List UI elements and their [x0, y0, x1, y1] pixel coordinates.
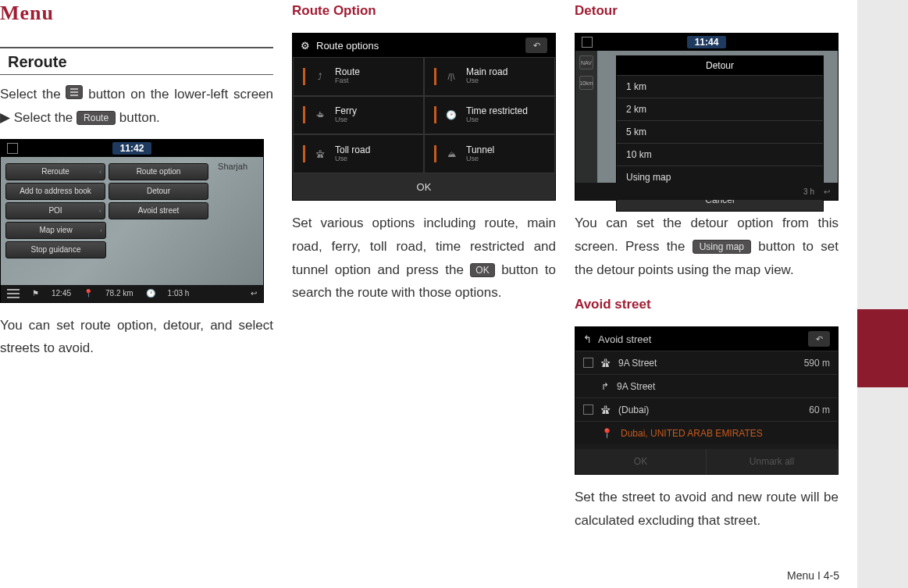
avoid-street-heading: Avoid street: [575, 297, 839, 312]
menu-avoid-street[interactable]: Avoid street: [109, 202, 208, 219]
clock-icon: 🕐: [146, 289, 155, 298]
detour-screenshot: 11:44 NAV 10km Detour 1 km 2 km 5 km 10 …: [575, 33, 839, 201]
menu-poi[interactable]: POI‹: [5, 202, 105, 219]
home-icon: [582, 37, 593, 48]
reroute-intro: Select the button on the lower-left scre…: [0, 83, 273, 130]
avoid-row-2[interactable]: ↱ 9A Street: [575, 374, 838, 397]
menu-add-addressbook[interactable]: Add to address book: [5, 183, 105, 200]
label: (Dubai): [618, 404, 649, 415]
screen-title: ⚙ Route options: [301, 40, 379, 52]
exit-icon[interactable]: ↩: [824, 187, 830, 196]
footer-bar: OK Unmark all: [575, 449, 838, 474]
ok-button[interactable]: OK: [293, 173, 555, 200]
distance: 78.2 km: [105, 289, 134, 298]
turn-icon: ↱: [601, 381, 609, 392]
text: button.: [119, 110, 160, 125]
opt-time-restricted[interactable]: 🕑Time restrictedUse: [424, 96, 555, 135]
reroute-screenshot: 11:42 Sharjah Reroute‹ Route option Add …: [0, 139, 264, 303]
pin-icon: 📍: [84, 289, 93, 298]
distance: 60 m: [809, 404, 830, 415]
route-button-chip: Route: [77, 111, 116, 125]
map-label: Sharjah: [218, 162, 247, 171]
nav-badge: NAV: [579, 55, 593, 69]
reroute-heading: Reroute: [0, 47, 273, 75]
opt-route[interactable]: ⤴RouteFast: [293, 57, 424, 96]
menu-route-option[interactable]: Route option: [109, 163, 208, 180]
back-button[interactable]: ↶: [808, 331, 830, 347]
opt-toll-road[interactable]: 🛣Toll roadUse: [293, 134, 424, 173]
page-footer: Menu I 4-5: [787, 569, 839, 582]
label: 9A Street: [617, 381, 655, 392]
detour-2km[interactable]: 2 km: [617, 98, 823, 120]
label: 9A Street: [618, 358, 657, 369]
menu-icon[interactable]: [7, 289, 20, 298]
clock: 11:44: [687, 36, 727, 48]
gear-icon: ⚙: [301, 40, 310, 52]
scale-badge: 10km: [579, 76, 593, 90]
detour-10km[interactable]: 10 km: [617, 143, 823, 166]
detour-desc: You can set the detour option from this …: [575, 212, 839, 281]
menu-detour[interactable]: Detour: [109, 183, 208, 200]
distance: 590 m: [804, 358, 830, 369]
detour-5km[interactable]: 5 km: [617, 120, 823, 143]
screen-title: ↰Avoid street: [583, 333, 651, 345]
checkbox[interactable]: [583, 404, 593, 415]
checkbox[interactable]: [583, 358, 593, 368]
ok-button-disabled: OK: [575, 449, 707, 474]
avoid-row-dest: 📍 Dubai, UNITED ARAB EMIRATES: [575, 421, 838, 444]
back-button[interactable]: ↶: [525, 37, 547, 53]
side-badges: NAV 10km: [575, 51, 597, 183]
status-bar: ⚑ 12:45 📍 78.2 km 🕐 1:03 h ↩: [1, 285, 263, 302]
panel-title: Detour: [617, 56, 823, 75]
text: Select the: [0, 87, 66, 102]
avoid-row-1[interactable]: 🛣 9A Street 590 m: [575, 351, 838, 374]
opt-main-road[interactable]: /|\Main roadUse: [424, 57, 555, 96]
route-option-screenshot: ⚙ Route options ↶ ⤴RouteFast /|\Main roa…: [292, 33, 556, 201]
detour-1km[interactable]: 1 km: [617, 75, 823, 98]
menu-map-view[interactable]: Map view‹: [5, 222, 106, 239]
road-icon: 🛣: [601, 358, 611, 369]
flag-icon: ⚑: [32, 289, 39, 298]
menu-overlay: Reroute‹ Route option Add to address boo…: [5, 163, 208, 261]
route-option-heading: Route Option: [292, 3, 556, 19]
clock: 11:42: [112, 142, 152, 155]
home-icon: [7, 143, 18, 154]
detour-heading: Detour: [575, 3, 839, 19]
menu-reroute[interactable]: Reroute‹: [5, 163, 105, 180]
pin-icon: 📍: [601, 428, 613, 439]
status-bar: 3 h ↩: [575, 183, 838, 200]
using-map-chip: Using map: [693, 240, 751, 254]
opt-tunnel[interactable]: ⛰TunnelUse: [424, 134, 555, 173]
exit-icon[interactable]: ↩: [251, 289, 257, 298]
avoid-street-desc: Set the street to avoid and new route wi…: [575, 486, 839, 533]
eta: 12:45: [52, 289, 71, 298]
remaining: 3 h: [803, 187, 814, 196]
page-title: Menu: [0, 2, 273, 25]
avoid-row-3[interactable]: 🛣 (Dubai) 60 m: [575, 397, 838, 421]
avoid-street-screenshot: ↰Avoid street ↶ 🛣 9A Street 590 m ↱ 9A S…: [575, 326, 839, 475]
road-icon: 🛣: [601, 404, 611, 415]
opt-ferry[interactable]: ⛴FerryUse: [293, 96, 424, 135]
reroute-desc: You can set route option, detour, and se…: [0, 314, 273, 361]
unmark-all-disabled: Unmark all: [707, 449, 838, 474]
label: Dubai, UNITED ARAB EMIRATES: [621, 428, 763, 439]
back-arrow-icon[interactable]: ↰: [583, 333, 592, 345]
menu-stop-guidance[interactable]: Stop guidance: [5, 241, 106, 258]
chapter-tab: 04: [857, 0, 908, 588]
hamburger-icon: [66, 85, 83, 99]
ok-chip: OK: [470, 263, 494, 277]
route-option-desc: Set various options including route, mai…: [292, 212, 556, 305]
remaining-time: 1:03 h: [168, 289, 190, 298]
map-area: Sharjah Reroute‹ Route option Add to add…: [1, 157, 263, 285]
